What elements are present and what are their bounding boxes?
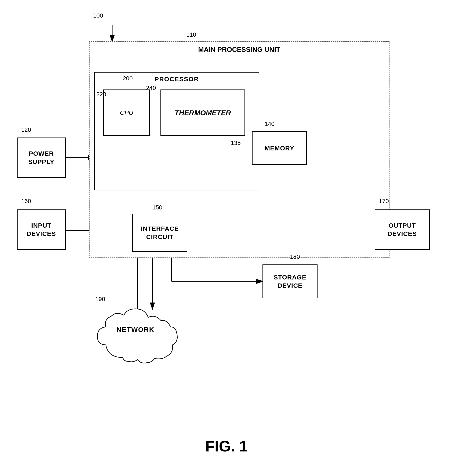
- ref-135: 135: [231, 140, 241, 146]
- processor-label: PROCESSOR: [95, 76, 259, 83]
- processor-box: PROCESSOR CPU THERMOMETER: [94, 72, 259, 190]
- diagram: MAIN PROCESSING UNIT PROCESSOR CPU THERM…: [0, 0, 453, 476]
- ref-220: 220: [96, 91, 106, 98]
- ref-140: 140: [265, 121, 275, 127]
- memory-label: MEMORY: [265, 144, 294, 152]
- output-devices-label: OUTPUT DEVICES: [388, 221, 417, 238]
- ref-110: 110: [186, 31, 196, 38]
- power-supply-box: POWER SUPPLY: [17, 138, 66, 178]
- interface-circuit-label: INTERFACE CIRCUIT: [133, 224, 187, 241]
- ref-160: 160: [21, 198, 31, 205]
- figure-title: FIG. 1: [205, 437, 248, 455]
- ref-100: 100: [93, 12, 103, 19]
- memory-box: MEMORY: [252, 131, 307, 165]
- thermometer-box: THERMOMETER: [160, 90, 245, 136]
- storage-device-label: STORAGE DEVICE: [274, 273, 306, 290]
- network-cloud: NETWORK: [91, 302, 180, 370]
- ref-180: 180: [290, 253, 300, 260]
- output-devices-box: OUTPUT DEVICES: [375, 210, 430, 250]
- cpu-label: CPU: [120, 109, 133, 116]
- ref-200: 200: [123, 75, 133, 82]
- main-processing-unit-label: MAIN PROCESSING UNIT: [198, 46, 280, 54]
- ref-120: 120: [21, 126, 31, 133]
- input-devices-box: INPUT DEVICES: [17, 210, 66, 250]
- ref-150: 150: [152, 204, 162, 211]
- ref-170: 170: [379, 198, 389, 205]
- interface-circuit-box: INTERFACE CIRCUIT: [132, 214, 187, 252]
- cpu-box: CPU: [103, 90, 150, 136]
- input-devices-label: INPUT DEVICES: [27, 221, 56, 238]
- thermometer-label: THERMOMETER: [175, 109, 231, 117]
- ref-190: 190: [95, 296, 105, 302]
- network-label: NETWORK: [116, 326, 154, 334]
- power-supply-label: POWER SUPPLY: [28, 149, 54, 166]
- network-cloud-svg: [91, 302, 180, 370]
- storage-device-box: STORAGE DEVICE: [262, 265, 318, 298]
- ref-240: 240: [146, 85, 156, 91]
